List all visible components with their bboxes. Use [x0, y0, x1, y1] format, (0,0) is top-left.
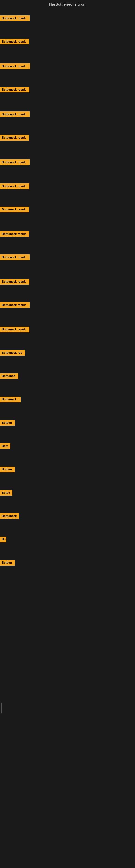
- bottleneck-badge-23[interactable]: Bo: [0, 536, 6, 542]
- site-title: TheBottlenecker.com: [0, 0, 135, 8]
- bottleneck-badge-10[interactable]: Bottleneck result: [0, 231, 29, 237]
- bottleneck-badge-11[interactable]: Bottleneck result: [0, 254, 30, 260]
- bottleneck-badge-1[interactable]: Bottleneck result: [0, 16, 30, 21]
- bottleneck-badge-16[interactable]: Bottlenec: [0, 373, 18, 379]
- bottleneck-badge-20[interactable]: Bottlen: [0, 467, 15, 472]
- bottleneck-badge-2[interactable]: Bottleneck result: [0, 39, 29, 44]
- bottleneck-badge-12[interactable]: Bottleneck result: [0, 279, 30, 284]
- bottleneck-badge-5[interactable]: Bottleneck result: [0, 112, 30, 117]
- cursor-line: [1, 703, 2, 713]
- bottleneck-badge-19[interactable]: Bott: [0, 443, 10, 449]
- bottleneck-badge-15[interactable]: Bottleneck res: [0, 350, 25, 355]
- bottleneck-badge-24[interactable]: Bottlen: [0, 560, 15, 565]
- bottleneck-badge-18[interactable]: Bottlen: [0, 420, 15, 426]
- bottleneck-badge-14[interactable]: Bottleneck result: [0, 327, 30, 332]
- bottleneck-badge-6[interactable]: Bottleneck result: [0, 135, 29, 141]
- bottleneck-badge-17[interactable]: Bottleneck r: [0, 397, 20, 402]
- bottleneck-badge-22[interactable]: Bottleneck: [0, 513, 19, 519]
- bottleneck-badge-8[interactable]: Bottleneck result: [0, 183, 30, 189]
- bottleneck-badge-9[interactable]: Bottleneck result: [0, 207, 29, 212]
- bottleneck-badge-13[interactable]: Bottleneck result: [0, 302, 30, 308]
- bottleneck-badge-3[interactable]: Bottleneck result: [0, 63, 30, 69]
- bottleneck-badge-7[interactable]: Bottleneck result: [0, 159, 30, 165]
- bottleneck-badge-21[interactable]: Bottle: [0, 490, 12, 496]
- bottleneck-badge-4[interactable]: Bottleneck result: [0, 87, 30, 93]
